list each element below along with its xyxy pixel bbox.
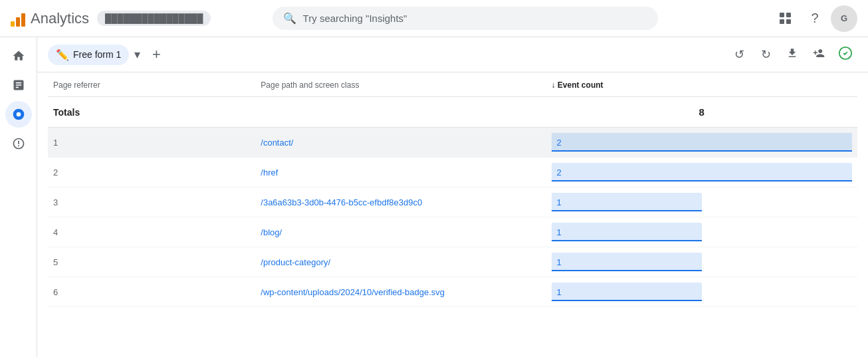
redo-icon: ↻ xyxy=(761,47,771,62)
share-user-icon xyxy=(813,47,825,62)
page-path-cell: /blog/ xyxy=(255,217,546,247)
event-count-value: 1 xyxy=(552,287,562,297)
table-header: Page referrer Page path and screen class… xyxy=(48,72,857,97)
page-path-cell: /contact/ xyxy=(255,128,546,158)
table-body: Totals 8 1/contact/22/href23/3a6a63b3-3d… xyxy=(48,97,857,307)
help-button[interactable]: ? xyxy=(802,5,828,32)
download-button[interactable] xyxy=(780,43,804,66)
redo-button[interactable]: ↻ xyxy=(754,43,778,66)
event-count-cell: 1 xyxy=(546,187,857,217)
event-count-value: 2 xyxy=(552,138,562,148)
sidebar-item-reports[interactable] xyxy=(5,72,32,98)
grid-apps-button[interactable] xyxy=(772,5,799,32)
explore-icon xyxy=(12,108,25,121)
col-header-page-path[interactable]: Page path and screen class xyxy=(255,72,546,97)
page-path-cell: /product-category/ xyxy=(255,247,546,277)
account-avatar-button[interactable]: G xyxy=(831,5,857,32)
reports-icon xyxy=(12,78,25,92)
table-row: 6/wp-content/uploads/2024/10/verified-ba… xyxy=(48,277,857,307)
confirm-button[interactable] xyxy=(833,43,857,66)
event-count-cell: 2 xyxy=(546,128,857,158)
table-row: 4/blog/1 xyxy=(48,217,857,247)
tab-bar: ✏️ Free form 1 ▾ + ↺ ↻ xyxy=(37,37,868,72)
tab-dropdown-button[interactable]: ▾ xyxy=(132,45,143,64)
logo-bar-3 xyxy=(21,13,25,27)
sidebar-item-advertising[interactable] xyxy=(5,130,32,157)
sidebar-item-explore[interactable] xyxy=(5,101,32,128)
app-title: Analytics xyxy=(31,10,89,27)
check-circle-icon xyxy=(838,46,853,64)
row-number: 6 xyxy=(48,277,255,307)
row-number: 1 xyxy=(48,128,255,158)
event-count-cell: 1 xyxy=(546,247,857,277)
table-row: 5/product-category/1 xyxy=(48,247,857,277)
download-icon xyxy=(786,47,798,62)
event-count-value: 1 xyxy=(552,197,562,207)
tab-actions: ↺ ↻ xyxy=(727,43,857,66)
event-count-cell: 1 xyxy=(546,277,857,307)
row-number: 5 xyxy=(48,247,255,277)
svg-point-1 xyxy=(16,112,21,117)
row-number: 3 xyxy=(48,187,255,217)
col-header-event-count[interactable]: ↓ Event count xyxy=(546,72,857,97)
logo-bar-2 xyxy=(16,17,20,27)
logo-bar-1 xyxy=(11,21,15,27)
active-tab[interactable]: ✏️ Free form 1 xyxy=(48,45,129,65)
share-user-button[interactable] xyxy=(807,43,831,66)
table-row: 1/contact/2 xyxy=(48,128,857,158)
logo-area: Analytics xyxy=(11,10,89,27)
undo-icon: ↺ xyxy=(734,47,744,62)
col-header-page-referrer[interactable]: Page referrer xyxy=(48,72,255,97)
search-icon: 🔍 xyxy=(283,12,296,25)
event-count-cell: 2 xyxy=(546,158,857,187)
content-area: ✏️ Free form 1 ▾ + ↺ ↻ xyxy=(37,37,868,357)
page-path-cell: /href xyxy=(255,158,546,187)
home-icon xyxy=(12,49,25,62)
row-number: 2 xyxy=(48,158,255,187)
table-row: 2/href2 xyxy=(48,158,857,187)
totals-row: Totals 8 xyxy=(48,97,857,128)
report-table: Page referrer Page path and screen class… xyxy=(48,72,857,307)
sidebar-item-home[interactable] xyxy=(5,43,32,69)
table-row: 3/3a6a63b3-3d0b-4476-b5cc-efbdf8e3d9c01 xyxy=(48,187,857,217)
account-selector[interactable]: ████████████████ xyxy=(97,11,211,26)
event-count-value: 1 xyxy=(552,257,562,267)
event-count-cell: 1 xyxy=(546,217,857,247)
edit-icon: ✏️ xyxy=(56,49,69,61)
header-actions: ? G xyxy=(772,5,857,32)
tab-label: Free form 1 xyxy=(73,49,121,60)
search-placeholder: Try searching "Insights" xyxy=(303,13,407,24)
page-path-cell: /wp-content/uploads/2024/10/verified-bad… xyxy=(255,277,546,307)
advertising-icon xyxy=(12,137,25,150)
page-path-cell: /3a6a63b3-3d0b-4476-b5cc-efbdf8e3d9c0 xyxy=(255,187,546,217)
grid-icon xyxy=(780,13,792,25)
event-count-value: 1 xyxy=(552,227,562,237)
row-number: 4 xyxy=(48,217,255,247)
totals-label: Totals xyxy=(48,97,546,128)
sort-desc-icon: ↓ xyxy=(552,80,558,90)
totals-event-count: 8 xyxy=(546,97,857,128)
add-tab-button[interactable]: + xyxy=(146,44,167,65)
data-table: Page referrer Page path and screen class… xyxy=(37,72,868,357)
logo-icon xyxy=(11,11,25,27)
sidebar xyxy=(0,37,37,357)
undo-button[interactable]: ↺ xyxy=(727,43,751,66)
search-bar[interactable]: 🔍 Try searching "Insights" xyxy=(272,7,658,30)
top-header: Analytics ████████████████ 🔍 Try searchi… xyxy=(0,0,868,37)
event-count-value: 2 xyxy=(552,168,562,178)
main-layout: ✏️ Free form 1 ▾ + ↺ ↻ xyxy=(0,37,868,357)
